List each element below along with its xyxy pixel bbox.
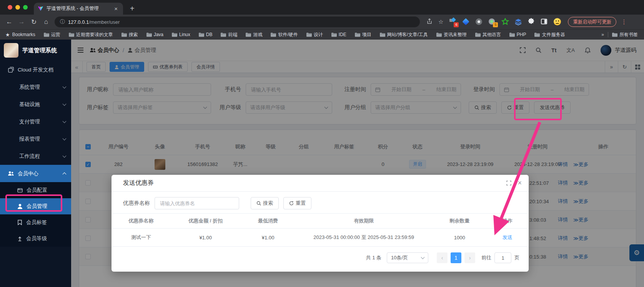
dialog-fullscreen-icon[interactable] xyxy=(506,181,511,186)
bookmark-folder-label: 前端 xyxy=(228,32,237,38)
bookmarks-overflow-icon[interactable]: » xyxy=(601,32,604,37)
browser-tab[interactable]: 芋道管理系统 - 会员管理 × xyxy=(34,3,123,15)
extension-adguard-icon[interactable]: 6 xyxy=(449,18,457,26)
sidebar-group[interactable]: 系统管理 xyxy=(0,78,71,96)
extension-green-circle-icon[interactable]: 5 xyxy=(488,18,496,26)
bookmark-folder[interactable]: 设计 xyxy=(306,32,323,38)
refresh-icon xyxy=(289,201,294,206)
bookmarks-label[interactable]: Bookmarks xyxy=(12,32,35,37)
extension-green-star-icon[interactable] xyxy=(501,18,509,26)
folder-icon xyxy=(534,33,540,37)
screen: 芋道管理系统 - 会员管理 × + ← → ↻ ⌂ ⓘ 127.0.0.1/me… xyxy=(0,0,644,287)
minimize-window-button[interactable] xyxy=(15,5,20,10)
sidebar-item-label: Cloud 开发文档 xyxy=(18,66,66,73)
cell-coupon-amount: ¥1.00 xyxy=(170,235,241,241)
bookmark-folder[interactable]: 近期需要读的文章 xyxy=(69,32,113,38)
app-window: 会员中心 / 会员管理 Tt 文A xyxy=(0,40,644,287)
reload-icon[interactable]: ↻ xyxy=(28,18,40,26)
goto-page-input[interactable] xyxy=(494,252,511,263)
dialog-search-button[interactable]: 搜索 xyxy=(251,197,279,209)
bookmark-folder[interactable]: Linux xyxy=(172,32,190,37)
sidebar-item-member-tag[interactable]: 会员标签 xyxy=(0,214,71,231)
cell-coupon-name: 测试一下 xyxy=(112,234,170,241)
bookmark-folder[interactable]: 网站/博客/文章/工具 xyxy=(380,32,428,38)
page-size-select[interactable]: 10条/页 xyxy=(387,252,428,263)
bookmark-folder[interactable]: 软件/硬件 xyxy=(271,32,298,38)
sidebar-item-member-manage[interactable]: 会员管理 xyxy=(0,198,71,214)
sidebar-group[interactable]: 支付管理 xyxy=(0,113,71,130)
bookmark-folder-label: PHP xyxy=(517,32,526,37)
sidebar-item-label: 会员中心 xyxy=(18,170,63,177)
bookmark-folder-label: 设计 xyxy=(314,32,323,38)
dialog-filter-row: 优惠券名称 搜索 重置 xyxy=(123,197,529,209)
extensions-puzzle-icon[interactable] xyxy=(528,18,535,26)
bookmark-folder-label: Linux xyxy=(179,32,190,37)
site-info-icon[interactable]: ⓘ xyxy=(60,18,65,25)
tab-close-icon[interactable]: × xyxy=(113,5,119,12)
bookmark-folder[interactable]: Java xyxy=(146,32,163,37)
back-icon[interactable]: ← xyxy=(3,18,15,26)
bookmark-folder[interactable]: 其他语言 xyxy=(475,32,501,38)
folder-icon xyxy=(246,33,251,37)
bookmark-folder-label: 搜索 xyxy=(129,32,138,38)
profile-emoji-icon[interactable] xyxy=(554,18,561,26)
bookmark-folder-label: 软件/硬件 xyxy=(278,32,298,38)
close-window-button[interactable] xyxy=(8,5,12,10)
bookmark-folder[interactable]: 运营 xyxy=(44,32,60,38)
sidebar-item-member-level[interactable]: 会员等级 xyxy=(0,231,71,247)
bookmark-folder[interactable]: PHP xyxy=(509,32,526,37)
bookmark-folder[interactable]: 搜索 xyxy=(121,32,138,38)
bookmark-folder-label: 文件服务器 xyxy=(542,32,565,38)
sidebar-group[interactable]: 基础设施 xyxy=(0,96,71,113)
folder-icon xyxy=(331,33,337,37)
bookmark-folder[interactable]: IDE xyxy=(331,32,346,37)
maximize-window-button[interactable] xyxy=(23,5,28,10)
sidebar-item-cloud-doc[interactable]: Cloud 开发文档 xyxy=(0,61,71,78)
forward-icon[interactable]: → xyxy=(15,18,28,26)
sidebar-item-label: 会员等级 xyxy=(26,235,47,242)
sidebar-item-member-center[interactable]: 会员中心 xyxy=(0,165,71,182)
side-panel-icon[interactable] xyxy=(541,18,548,26)
address-bar[interactable]: ⓘ 127.0.0.1/member/user xyxy=(55,17,420,27)
chevron-down-icon xyxy=(63,85,67,88)
send-coupon-dialog: 发送优惠券 × 优惠券名称 搜索 重置 xyxy=(111,175,529,272)
dialog-reset-button[interactable]: 重置 xyxy=(283,197,311,209)
extension-diamond-icon[interactable] xyxy=(462,18,470,26)
new-tab-button[interactable]: + xyxy=(130,3,135,14)
bookmark-folder[interactable]: DB xyxy=(199,32,213,37)
folder-icon xyxy=(199,33,204,37)
chrome-menu-icon[interactable]: ⋮ xyxy=(621,18,627,25)
relaunch-to-update-button[interactable]: 重新启动即可更新 xyxy=(568,17,616,27)
app-logo-block[interactable]: 芋道管理系统 xyxy=(0,40,71,61)
search-icon xyxy=(256,201,261,206)
prev-page-button[interactable]: ‹ xyxy=(437,252,448,263)
sidebar-item-label: 会员配置 xyxy=(27,187,47,194)
folder-icon xyxy=(69,33,74,37)
bookmark-icon xyxy=(17,220,22,225)
bookmark-folder[interactable]: 游戏 xyxy=(246,32,262,38)
share-icon[interactable] xyxy=(427,18,432,25)
bookmark-folder[interactable]: 前端 xyxy=(221,32,237,38)
user-icon xyxy=(17,204,23,209)
home-icon[interactable]: ⌂ xyxy=(40,18,52,26)
bookmark-folder[interactable]: 项目 xyxy=(355,32,371,38)
bookmark-folder[interactable]: 资讯未整理 xyxy=(436,32,467,38)
coupon-name-input[interactable] xyxy=(159,200,235,207)
bookmark-folder[interactable]: 文件服务器 xyxy=(534,32,565,38)
sidebar-group[interactable]: 工作流程 xyxy=(0,148,71,165)
extension-layers-icon[interactable] xyxy=(514,18,522,26)
site-favicon xyxy=(38,6,43,12)
all-bookmarks-folder[interactable]: 所有书签 xyxy=(612,32,638,38)
app-logo xyxy=(4,43,18,58)
dialog-close-icon[interactable]: × xyxy=(518,179,522,187)
sidebar-item-member-config[interactable]: 会员配置 xyxy=(0,182,71,198)
current-page-button[interactable]: 1 xyxy=(451,252,461,263)
next-page-button[interactable]: › xyxy=(464,252,475,263)
send-link[interactable]: 发送 xyxy=(487,234,528,241)
folder-icon xyxy=(436,33,442,37)
coupon-table-header: 优惠券名称 优惠金额 / 折扣 最低消费 有效期限 剩余数量 操作 xyxy=(112,213,528,229)
bookmarks-star-icon[interactable]: ★ xyxy=(5,32,10,38)
bookmark-star-icon[interactable]: ☆ xyxy=(438,18,443,25)
extension-circle-icon[interactable] xyxy=(475,18,483,26)
sidebar-group[interactable]: 报表管理 xyxy=(0,130,71,148)
